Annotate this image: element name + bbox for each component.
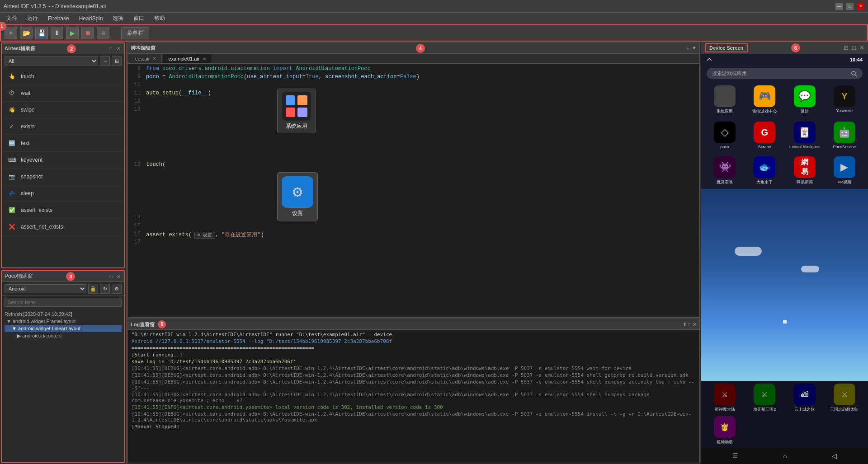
expand-icon: ▼ [12, 326, 18, 331]
menu-headspin[interactable]: HeadSpin [75, 14, 108, 23]
app-wechat[interactable]: 💬 微信 [787, 85, 823, 114]
nav-menu[interactable]: ☰ [732, 452, 738, 459]
menu-file[interactable]: 文件 [2, 14, 22, 23]
helper-text[interactable]: 🔤 text [2, 135, 124, 152]
helper-wait[interactable]: ⏱ wait [2, 85, 124, 102]
stop-button[interactable]: ⏹ [81, 27, 94, 39]
menu-run[interactable]: 运行 [23, 14, 42, 23]
menu-window[interactable]: 窗口 [129, 14, 149, 23]
app-bottom-2[interactable]: ⚔ 放开那三国2 [746, 384, 783, 412]
app-ppvideo[interactable]: ▶ PP视频 [826, 156, 863, 185]
menu-button[interactable]: ≡ [97, 27, 109, 39]
filter-add-btn[interactable]: ＋ [100, 56, 110, 66]
helper-assert-not-exists[interactable]: ❌ assert_not_exists [2, 219, 124, 235]
app-system[interactable]: 系统应用 [707, 85, 743, 114]
app-pocoservice[interactable]: 🤖 PocoService [826, 122, 863, 149]
menu-options[interactable]: 选项 [108, 14, 128, 23]
tabs-row: ces.air ✕ example01.air ✕ [128, 54, 699, 64]
log-content: "D:\AirtestIDE-win-1.2.4\AirtestIDE\Airt… [128, 330, 699, 463]
log-close-btn[interactable]: ✕ [693, 322, 697, 328]
app-maling[interactable]: 👾 魔灵召唤 [707, 156, 743, 185]
tab-ces[interactable]: ces.air ✕ [130, 54, 162, 63]
airtest-close-btn[interactable]: ✕ [115, 46, 122, 51]
app-dayu[interactable]: 🐟 大鱼来了 [746, 156, 783, 185]
dayu-icon: 🐟 [754, 156, 775, 178]
tree-linearlayout[interactable]: ▼ android.widget.LinearLayout [5, 325, 122, 332]
app-poco[interactable]: ◇ poco [707, 122, 743, 149]
refresh-btn[interactable]: ↻ [100, 284, 110, 294]
settings-icon: ⚙ [282, 176, 313, 208]
tree-item[interactable]: Refresh:[2020-07-24 10:39:42] [5, 310, 122, 318]
helper-touch[interactable]: 👆 touch [2, 68, 124, 85]
system-apps-icon [714, 85, 736, 107]
close-button[interactable]: ✕ [857, 3, 864, 10]
keyevent-icon: ⌨ [7, 155, 16, 164]
device-close-btn[interactable]: ✕ [859, 44, 864, 51]
app-bottom-1[interactable]: ⚔ 新神魔大陆 [707, 384, 743, 412]
run-button[interactable]: ▶ [66, 27, 79, 39]
menu-firebase[interactable]: Firebase [43, 14, 74, 23]
app-grid-row3: 👾 魔灵召唤 🐟 大鱼来了 網易 网易新闻 ▶ PP视频 [701, 153, 868, 189]
airtest-panel-header: Airtest辅助窗 2 □ ✕ [2, 43, 124, 54]
batch-label: 菜单栏 [127, 29, 143, 37]
helper-sleep[interactable]: 💤 sleep [2, 185, 124, 202]
app-bottom-5[interactable]: 👸 姬神物语 [707, 416, 743, 445]
new-button[interactable]: ＋ [5, 27, 17, 39]
app-grid-row2: ◇ poco G Scrape 🃏 tutorial-blackjack 🤖 P… [701, 118, 868, 153]
helper-keyevent[interactable]: ⌨ keyevent [2, 152, 124, 169]
nav-home[interactable]: ⌂ [783, 452, 787, 459]
maximize-button[interactable]: □ [846, 3, 854, 10]
log-export-btn[interactable]: ⬆ [683, 322, 687, 328]
helper-snapshot[interactable]: 📷 snapshot [2, 169, 124, 185]
add-tab-btn[interactable]: ＋ [685, 45, 690, 52]
scrape-icon: G [754, 122, 775, 143]
bottom-app-2-icon: ⚔ [754, 384, 775, 405]
tree-framelayout[interactable]: ▼ android.widget.FrameLayout [5, 318, 122, 325]
filter-select[interactable]: All [5, 56, 98, 66]
swipe-label: swipe [21, 107, 35, 113]
settings-btn[interactable]: ⚙ [112, 284, 122, 294]
code-editor[interactable]: 8 from poco.drivers.android.uiautomation… [128, 64, 699, 317]
close-tab-example01[interactable]: ✕ [203, 56, 206, 61]
refresh-timestamp: Refresh:[2020-07-24 10:39:42] [5, 311, 72, 317]
app-yosemite[interactable]: Y Yosemite [826, 85, 863, 114]
signal-icon [707, 56, 712, 62]
app-bottom-4[interactable]: ⚔ 三国志幻想大陆 [826, 384, 863, 412]
app-blackjack[interactable]: 🃏 tutorial-blackjack [787, 122, 823, 149]
app-bottom-3[interactable]: 🏙 云上城之歌 [787, 384, 823, 412]
batch-button[interactable]: 菜单栏 [121, 27, 149, 39]
wait-label: wait [21, 90, 30, 96]
app-scrape[interactable]: G Scrape [746, 122, 783, 149]
filter-grid-btn[interactable]: ⊞ [112, 56, 122, 66]
phone-search-bar[interactable]: 搜索游戏或应用 [707, 68, 863, 79]
log-line-1: "D:\AirtestIDE-win-1.2.4\AirtestIDE\Airt… [132, 332, 696, 337]
app-grid-row1: 系统应用 🎮 雷电游戏中心 💬 微信 Y Yosemite [701, 82, 868, 118]
device-expand-btn[interactable]: ⊞ [844, 44, 849, 51]
menu-help[interactable]: 帮助 [150, 14, 170, 23]
tree-content[interactable]: ▶ android.id/content [5, 332, 122, 340]
lock-btn[interactable]: 🔒 [88, 284, 98, 294]
download-button[interactable]: ⬇ [51, 27, 63, 39]
app-news[interactable]: 網易 网易新闻 [787, 156, 823, 185]
nav-back[interactable]: ◁ [832, 452, 837, 459]
helper-exists[interactable]: ✓ exists [2, 118, 124, 135]
search-input[interactable] [5, 298, 122, 307]
helper-swipe[interactable]: 👋 swipe [2, 102, 124, 118]
minimize-button[interactable]: — [835, 3, 843, 10]
helper-assert-exists[interactable]: ✅ assert_exists [2, 202, 124, 219]
poco-minimize-btn[interactable]: □ [108, 274, 114, 279]
log-minimize-btn[interactable]: □ [688, 322, 691, 327]
code-line-11: 11 auto_setup(__file__) [128, 90, 699, 98]
more-tabs-btn[interactable]: ▼ [692, 45, 697, 51]
device-minimize-btn[interactable]: □ [852, 44, 856, 51]
log-line-sep: ========================================… [132, 345, 696, 351]
tab-example01[interactable]: example01.air ✕ [163, 54, 212, 63]
tree-label: android.widget.LinearLayout [18, 326, 80, 331]
save-button[interactable]: 💾 [35, 27, 48, 39]
airtest-minimize-btn[interactable]: □ [108, 46, 113, 51]
open-button[interactable]: 📂 [20, 27, 33, 39]
close-tab-ces[interactable]: ✕ [152, 56, 156, 61]
poco-close-btn[interactable]: ✕ [115, 274, 122, 279]
device-select[interactable]: Android [5, 284, 86, 293]
app-leidian[interactable]: 🎮 雷电游戏中心 [746, 85, 783, 114]
